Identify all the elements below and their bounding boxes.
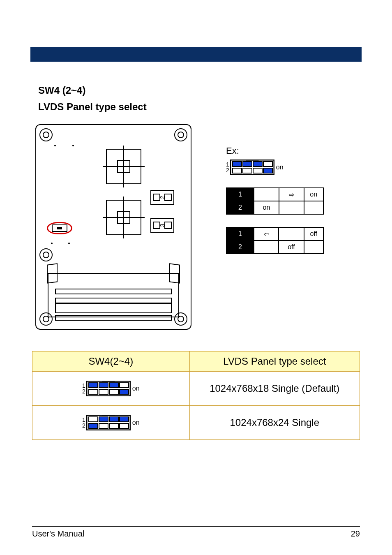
svg-rect-26 bbox=[109, 417, 118, 422]
legend-arrow-cell: ⇨ bbox=[279, 188, 304, 201]
svg-rect-8 bbox=[263, 162, 272, 166]
sodimm-slot-icon bbox=[48, 267, 179, 321]
svg-rect-27 bbox=[109, 423, 118, 428]
chip-icon bbox=[106, 149, 141, 184]
legend-state-cell: on bbox=[254, 201, 279, 214]
switch-row-label: 1 bbox=[226, 162, 229, 167]
via-dot-icon bbox=[72, 145, 74, 146]
svg-rect-14 bbox=[99, 383, 108, 388]
mount-hole-icon bbox=[39, 248, 53, 261]
content-row: 2 3 Ex: 1 2 bbox=[32, 124, 360, 330]
legend-arrow-cell: ⇦ bbox=[254, 227, 279, 240]
dip-switch-icon: 1 2 on bbox=[82, 381, 140, 396]
table-header-cell: LVDS Panel type select bbox=[189, 352, 360, 372]
svg-rect-4 bbox=[243, 162, 252, 166]
svg-rect-2 bbox=[233, 162, 242, 166]
page-footer: User's Manual 29 bbox=[32, 526, 360, 539]
legend-switch-cell: 1 bbox=[226, 227, 254, 240]
right-column: Ex: 1 2 on 1 ⇨ on bbox=[191, 124, 360, 254]
switch-on-label: on bbox=[132, 419, 140, 426]
legend-state-cell: on bbox=[304, 188, 323, 201]
legend-table-off: 1 ⇦ off 2 off bbox=[226, 227, 324, 254]
svg-rect-9 bbox=[263, 168, 272, 173]
switch-name: LVDS Panel type select bbox=[38, 101, 360, 113]
table-header-cell: SW4(2~4) bbox=[32, 352, 190, 372]
svg-rect-25 bbox=[99, 423, 108, 428]
dip-switch-svg bbox=[86, 415, 131, 430]
switch-on-label: on bbox=[276, 164, 284, 171]
footer-right: 29 bbox=[351, 529, 360, 539]
svg-rect-16 bbox=[109, 383, 118, 388]
svg-rect-11 bbox=[103, 381, 114, 381]
svg-rect-12 bbox=[89, 383, 98, 388]
table-switch-cell: 1 2 on bbox=[32, 372, 190, 406]
dip-switch-icon: 1 2 on bbox=[226, 160, 284, 175]
switch-row-label: 1 bbox=[82, 383, 85, 388]
table-header-row: SW4(2~4) LVDS Panel type select bbox=[32, 352, 360, 372]
footer-left: User's Manual bbox=[32, 529, 84, 539]
svg-rect-24 bbox=[99, 417, 108, 422]
legend-state-cell: off bbox=[304, 227, 323, 240]
connector-number: 2 bbox=[159, 196, 166, 199]
svg-rect-1 bbox=[247, 160, 258, 160]
mount-hole-icon bbox=[39, 128, 53, 141]
svg-rect-13 bbox=[89, 389, 98, 394]
via-dot-icon bbox=[68, 243, 70, 244]
switch-row-label: 1 bbox=[82, 417, 85, 423]
small-connector-icon: 2 bbox=[150, 190, 174, 205]
svg-rect-18 bbox=[120, 383, 129, 388]
svg-rect-23 bbox=[89, 423, 98, 428]
switch-row-label: 2 bbox=[82, 388, 85, 394]
switch-location-highlight-icon bbox=[47, 222, 72, 234]
svg-rect-7 bbox=[253, 168, 262, 173]
page: SW4 (2~4) LVDS Panel type select 2 3 bbox=[0, 0, 392, 555]
legend-switch-cell: 2 bbox=[226, 201, 254, 214]
switch-row-label: 2 bbox=[82, 423, 85, 428]
svg-rect-17 bbox=[109, 389, 118, 394]
svg-rect-29 bbox=[120, 423, 129, 428]
connector-number: 3 bbox=[159, 224, 166, 227]
svg-rect-15 bbox=[99, 389, 108, 394]
switch-on-label: on bbox=[132, 385, 140, 392]
dip-switch-svg bbox=[230, 160, 274, 175]
svg-rect-28 bbox=[120, 417, 129, 422]
svg-rect-22 bbox=[89, 417, 98, 422]
via-dot-icon bbox=[54, 145, 56, 146]
legend-switch-cell: 1 bbox=[226, 188, 254, 201]
legend-switch-cell: 2 bbox=[226, 240, 254, 254]
svg-rect-6 bbox=[253, 162, 262, 166]
via-dot-icon bbox=[51, 243, 53, 244]
svg-rect-19 bbox=[120, 389, 129, 394]
small-connector-icon: 3 bbox=[150, 218, 174, 233]
chip-icon bbox=[106, 200, 141, 235]
svg-rect-5 bbox=[243, 168, 252, 173]
switch-row-label: 2 bbox=[226, 167, 229, 173]
legend-table-on: 1 ⇨ on 2 on bbox=[226, 187, 324, 215]
dip-switch-icon: 1 2 on bbox=[82, 415, 140, 430]
arrow-right-icon: ⇨ bbox=[289, 191, 294, 199]
settings-table: SW4(2~4) LVDS Panel type select 1 2 on bbox=[32, 351, 360, 440]
switch-code: SW4 (2~4) bbox=[38, 85, 360, 96]
mount-hole-icon bbox=[174, 128, 187, 141]
svg-rect-21 bbox=[103, 415, 114, 415]
table-row: 1 2 on 1024x768x24 Single bbox=[32, 406, 360, 440]
table-switch-cell: 1 2 on bbox=[32, 406, 190, 440]
example-label: Ex: bbox=[226, 146, 360, 156]
legend-state-cell: off bbox=[279, 240, 304, 254]
dip-switch-svg bbox=[86, 381, 131, 396]
arrow-left-icon: ⇦ bbox=[264, 230, 269, 238]
table-label-cell: 1024x768x24 Single bbox=[189, 406, 360, 440]
header-bar bbox=[30, 47, 362, 62]
board-diagram: 2 3 bbox=[35, 124, 191, 330]
svg-rect-3 bbox=[233, 168, 242, 173]
table-row: 1 2 on 1024x768x18 Single (Default) bbox=[32, 372, 360, 406]
table-label-cell: 1024x768x18 Single (Default) bbox=[189, 372, 360, 406]
